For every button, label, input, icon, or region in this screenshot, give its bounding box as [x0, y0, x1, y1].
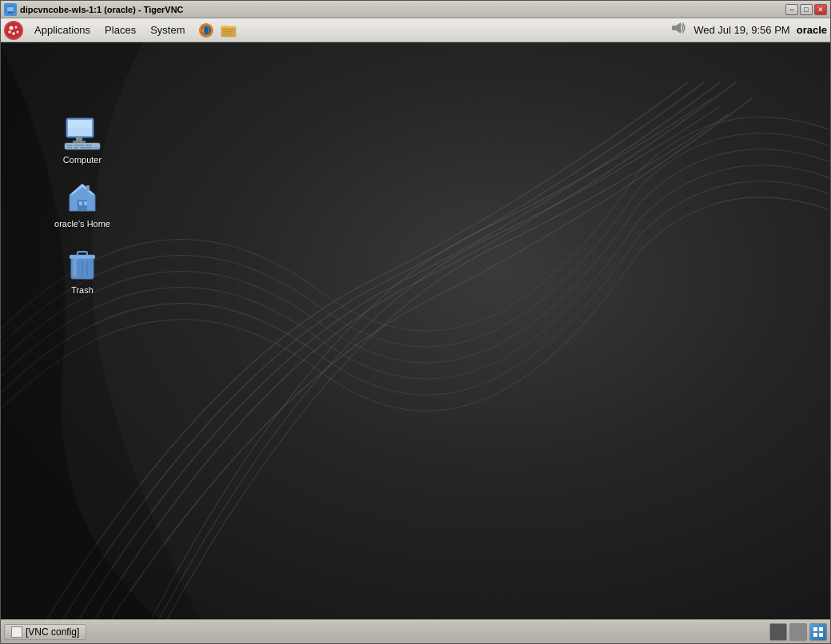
svg-rect-33 — [86, 185, 89, 191]
svg-rect-21 — [73, 141, 85, 143]
close-button[interactable]: ✕ — [814, 4, 827, 15]
svg-rect-27 — [74, 147, 78, 149]
home-desktop-icon[interactable]: oracle's Home — [50, 174, 114, 233]
system-menu[interactable]: System — [144, 22, 191, 38]
svg-rect-42 — [813, 633, 817, 637]
svg-rect-13 — [223, 31, 233, 33]
taskbar: [VNC config] — [1, 619, 830, 643]
taskbar-btn-3[interactable] — [809, 623, 827, 641]
home-icon-label: oracle's Home — [54, 219, 110, 229]
volume-icon[interactable] — [670, 19, 687, 41]
svg-rect-1 — [8, 12, 13, 14]
svg-point-3 — [6, 22, 22, 38]
svg-rect-29 — [94, 147, 98, 149]
svg-rect-2 — [7, 7, 14, 11]
svg-rect-12 — [223, 29, 234, 30]
computer-icon-label: Computer — [63, 155, 101, 165]
gnome-logo — [4, 21, 23, 40]
svg-rect-43 — [819, 633, 823, 637]
svg-rect-32 — [84, 201, 87, 205]
title-bar-buttons: – □ ✕ — [785, 4, 827, 15]
svg-rect-25 — [85, 145, 92, 146]
svg-point-4 — [10, 26, 14, 30]
svg-point-7 — [12, 32, 15, 35]
taskbar-right-buttons — [769, 623, 827, 641]
maximize-button[interactable]: □ — [800, 4, 813, 15]
svg-rect-26 — [67, 147, 72, 149]
places-menu[interactable]: Places — [98, 22, 142, 38]
svg-rect-24 — [74, 145, 84, 146]
desktop-background — [1, 42, 830, 619]
trash-icon-label: Trash — [71, 285, 93, 296]
svg-rect-31 — [79, 201, 82, 205]
taskbar-btn-2[interactable] — [789, 623, 807, 641]
svg-rect-15 — [672, 26, 676, 30]
svg-point-8 — [17, 30, 19, 33]
desktop: Computer oracle's Home — [1, 42, 830, 619]
files-button[interactable] — [220, 22, 237, 39]
svg-rect-22 — [65, 143, 100, 149]
home-icon-image — [63, 177, 101, 216]
username: oracle — [797, 24, 827, 36]
window-title: dipcvncobe-wls-1:1 (oracle) - TigerVNC — [20, 5, 184, 14]
svg-rect-23 — [66, 145, 73, 146]
computer-desktop-icon[interactable]: Computer — [50, 110, 114, 169]
svg-point-6 — [8, 30, 11, 34]
title-bar: dipcvncobe-wls-1:1 (oracle) - TigerVNC –… — [1, 1, 830, 18]
svg-rect-40 — [813, 627, 817, 631]
applications-menu[interactable]: Applications — [28, 22, 97, 38]
svg-rect-41 — [819, 627, 823, 631]
svg-rect-28 — [80, 147, 93, 149]
menubar-right: Wed Jul 19, 9:56 PM oracle — [670, 19, 827, 41]
svg-rect-19 — [68, 120, 92, 128]
menubar: Applications Places System — [1, 18, 830, 42]
minimize-button[interactable]: – — [785, 4, 798, 15]
window-frame: dipcvncobe-wls-1:1 (oracle) - TigerVNC –… — [0, 0, 831, 644]
svg-point-5 — [15, 26, 18, 28]
trash-desktop-icon[interactable]: Trash — [50, 241, 114, 299]
vnc-config-taskbar-item[interactable]: [VNC config] — [4, 624, 86, 640]
svg-rect-39 — [73, 259, 78, 276]
svg-rect-35 — [70, 255, 95, 259]
vnc-config-label: [VNC config] — [26, 626, 79, 638]
quick-launch — [197, 22, 237, 39]
title-bar-icon — [4, 3, 17, 16]
computer-icon-image — [63, 113, 101, 152]
datetime: Wed Jul 19, 9:56 PM — [694, 24, 789, 36]
vnc-config-icon — [11, 626, 22, 638]
firefox-button[interactable] — [197, 22, 215, 39]
trash-icon-image — [63, 244, 101, 282]
taskbar-btn-1[interactable] — [769, 623, 787, 641]
svg-rect-14 — [223, 34, 231, 35]
